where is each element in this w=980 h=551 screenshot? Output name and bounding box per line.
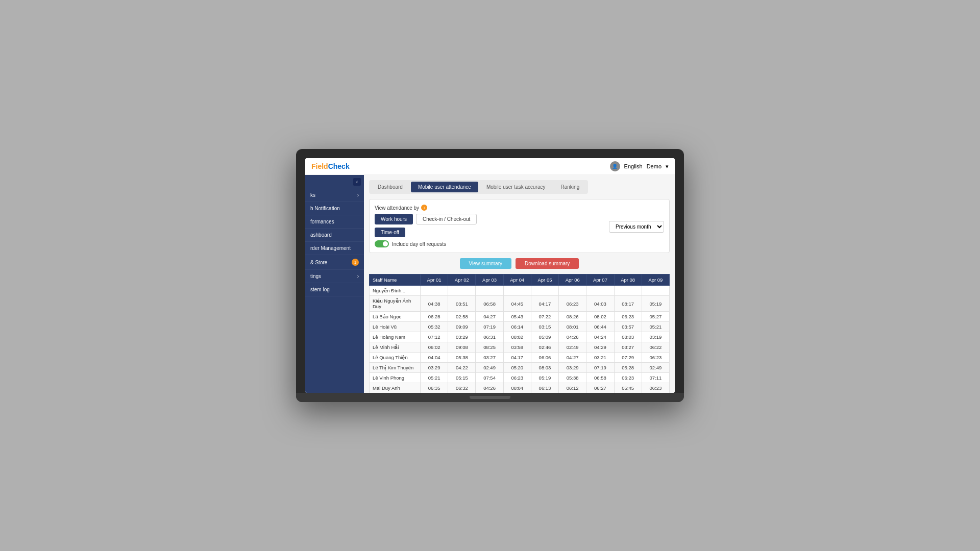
sidebar-collapse-button[interactable]: ‹ bbox=[353, 178, 361, 186]
cell-value: 07:19 bbox=[586, 363, 614, 373]
cell-value: 04:22 bbox=[448, 363, 476, 373]
table-row: Lê Vinh Phong05:2105:1507:5406:2305:1905… bbox=[370, 373, 670, 383]
sidebar-label-ks: ks bbox=[310, 192, 315, 198]
table-row: Kiều Nguyễn Ánh Duy04:3803:5106:5804:450… bbox=[370, 296, 670, 312]
cell-value: 05:27 bbox=[642, 312, 669, 322]
cell-value: 04:04 bbox=[421, 353, 448, 363]
sidebar-toggle-area: ‹ bbox=[305, 175, 364, 189]
cell-value: 02:49 bbox=[476, 363, 503, 373]
cell-value: 02:46 bbox=[531, 342, 558, 353]
sidebar-item-order-management[interactable]: rder Management bbox=[305, 242, 364, 255]
main-content: Dashboard Mobile user attendance Mobile … bbox=[364, 175, 675, 393]
tab-dashboard[interactable]: Dashboard bbox=[371, 182, 410, 192]
cell-value: 07:12 bbox=[421, 332, 448, 342]
cell-value: 08:17 bbox=[614, 296, 642, 312]
cell-staff-name: Lê Minh Hải bbox=[370, 342, 421, 353]
cell-value: 07:11 bbox=[642, 373, 669, 383]
btn-work-hours[interactable]: Work hours bbox=[375, 214, 413, 224]
cell-value: 06:35 bbox=[421, 383, 448, 393]
cell-value: 05:21 bbox=[421, 373, 448, 383]
cell-value: 03:58 bbox=[503, 342, 531, 353]
table-row: Lê Hoàng Nam07:1203:2906:3108:0205:0904:… bbox=[370, 332, 670, 342]
view-attendance-text: View attendance by bbox=[375, 205, 419, 211]
tab-mobile-attendance[interactable]: Mobile user attendance bbox=[411, 182, 478, 192]
sidebar-item-notification[interactable]: h Notification bbox=[305, 202, 364, 215]
cell-value: 03:15 bbox=[531, 322, 558, 332]
sidebar-label-order-management: rder Management bbox=[310, 245, 351, 251]
sidebar-item-store[interactable]: & Store 1 bbox=[305, 255, 364, 270]
cell-value: 06:58 bbox=[476, 296, 503, 312]
user-name[interactable]: Demo bbox=[647, 163, 662, 169]
topbar-right: 👤 English Demo ▾ bbox=[610, 161, 669, 171]
table-row: Lê Quang Thiện04:0405:3803:2704:1706:060… bbox=[370, 353, 670, 363]
day-off-label: Include day off requests bbox=[392, 241, 446, 247]
cell-value bbox=[614, 286, 642, 296]
cell-value: 06:27 bbox=[586, 383, 614, 393]
tab-task-accuracy[interactable]: Mobile user task accuracy bbox=[479, 182, 553, 192]
cell-value: 08:03 bbox=[531, 363, 558, 373]
cell-staff-name: Lê Thị Kim Thuyên bbox=[370, 363, 421, 373]
download-summary-button[interactable]: Download summary bbox=[516, 258, 579, 269]
cell-value: 03:29 bbox=[421, 363, 448, 373]
view-attendance-label: View attendance by i bbox=[375, 205, 664, 211]
tab-ranking[interactable]: Ranking bbox=[554, 182, 587, 192]
user-avatar[interactable]: 👤 bbox=[610, 161, 620, 171]
cell-staff-name: Lê Hoàng Nam bbox=[370, 332, 421, 342]
logo-check: Check bbox=[328, 162, 350, 170]
cell-value: 04:17 bbox=[503, 353, 531, 363]
col-apr01: Apr 01 bbox=[421, 274, 448, 286]
action-buttons: View summary Download summary bbox=[369, 258, 670, 269]
period-dropdown[interactable]: Previous month This month Custom range bbox=[609, 221, 664, 233]
cell-value: 06:32 bbox=[448, 383, 476, 393]
sidebar-label-settings: tings bbox=[310, 273, 321, 279]
sidebar-item-performances[interactable]: formances bbox=[305, 215, 364, 229]
topbar: FieldCheck 👤 English Demo ▾ bbox=[305, 158, 675, 175]
nav-tabs: Dashboard Mobile user attendance Mobile … bbox=[369, 180, 588, 194]
day-off-toggle[interactable] bbox=[375, 240, 389, 247]
sidebar-item-dashboard[interactable]: ashboard bbox=[305, 229, 364, 242]
cell-value: 08:02 bbox=[503, 332, 531, 342]
cell-value: 06:31 bbox=[476, 332, 503, 342]
cell-value: 06:06 bbox=[531, 353, 558, 363]
cell-value: 04:45 bbox=[503, 296, 531, 312]
sidebar-label-dashboard: ashboard bbox=[310, 232, 332, 238]
language-selector[interactable]: English bbox=[624, 163, 643, 169]
view-summary-button[interactable]: View summary bbox=[460, 258, 511, 269]
cell-value: 06:23 bbox=[614, 373, 642, 383]
cell-value: 06:44 bbox=[586, 322, 614, 332]
sidebar-label-system-log: stem log bbox=[310, 287, 330, 292]
sidebar-label-store: & Store bbox=[310, 260, 327, 265]
sidebar: ‹ ks › h Notification formances ashboard bbox=[305, 175, 364, 393]
sidebar-item-ks[interactable]: ks › bbox=[305, 189, 364, 202]
cell-value: 06:13 bbox=[531, 383, 558, 393]
cell-value: 05:15 bbox=[448, 373, 476, 383]
cell-value: 06:23 bbox=[503, 373, 531, 383]
cell-value: 04:26 bbox=[559, 332, 586, 342]
cell-value bbox=[421, 286, 448, 296]
cell-value: 04:03 bbox=[586, 296, 614, 312]
user-menu-chevron[interactable]: ▾ bbox=[666, 163, 669, 170]
cell-value bbox=[531, 286, 558, 296]
table-row: Nguyễn Đình... bbox=[370, 286, 670, 296]
cell-value: 05:45 bbox=[614, 383, 642, 393]
cell-value bbox=[448, 286, 476, 296]
cell-staff-name: Lê Quang Thiện bbox=[370, 353, 421, 363]
btn-check-in-out[interactable]: Check-in / Check-out bbox=[416, 214, 477, 224]
table-row: Mai Duy Anh06:3506:3204:2608:0406:1306:1… bbox=[370, 383, 670, 393]
cell-value: 09:09 bbox=[448, 322, 476, 332]
sidebar-item-settings[interactable]: tings › bbox=[305, 270, 364, 283]
cell-value: 03:57 bbox=[614, 322, 642, 332]
attendance-table: Staff Name Apr 01 Apr 02 Apr 03 Apr 04 A… bbox=[369, 274, 670, 393]
cell-value: 08:03 bbox=[614, 332, 642, 342]
cell-value: 04:38 bbox=[421, 296, 448, 312]
cell-value: 05:09 bbox=[531, 332, 558, 342]
btn-time-off[interactable]: Time-off bbox=[375, 228, 405, 237]
cell-staff-name: Lê Vinh Phong bbox=[370, 373, 421, 383]
cell-value: 08:26 bbox=[559, 312, 586, 322]
cell-value: 05:32 bbox=[421, 322, 448, 332]
cell-value: 08:04 bbox=[503, 383, 531, 393]
col-apr06: Apr 06 bbox=[559, 274, 586, 286]
sidebar-item-system-log[interactable]: stem log bbox=[305, 283, 364, 296]
period-selector: Previous month This month Custom range bbox=[609, 221, 664, 233]
cell-value: 08:25 bbox=[476, 342, 503, 353]
